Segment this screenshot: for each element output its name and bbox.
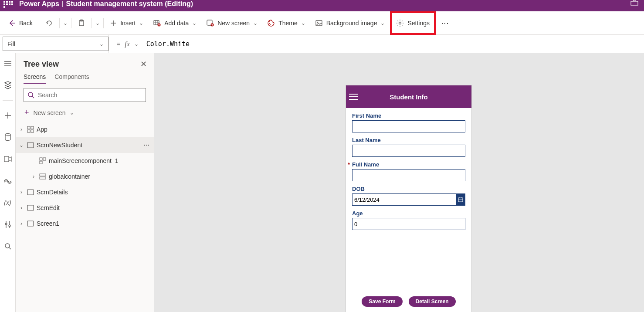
back-button[interactable]: Back (3, 14, 37, 32)
back-label: Back (19, 20, 33, 27)
calendar-icon (458, 197, 463, 202)
rail-flows[interactable] (1, 174, 15, 188)
svg-rect-21 (27, 130, 30, 132)
plus-icon: + (24, 108, 29, 117)
new-screen-button[interactable]: New screen ⌄ (202, 14, 262, 32)
tab-components[interactable]: Components (54, 73, 89, 84)
close-icon: ✕ (140, 60, 147, 68)
gear-icon (396, 19, 404, 27)
svg-rect-19 (27, 126, 30, 129)
field-dob: DOB (352, 186, 465, 206)
header-tool-icon[interactable] (628, 0, 641, 9)
svg-rect-14 (4, 156, 9, 162)
container-icon (39, 173, 46, 180)
rail-media[interactable] (1, 152, 15, 166)
svg-rect-26 (40, 161, 42, 164)
bg-image-button[interactable]: Background image ⌄ (311, 14, 390, 32)
formula-bar: Fill ⌄ = fx ⌄ (0, 35, 644, 53)
tree-list: › App ⌄ ScrnNewStudent ⋯ mainScreenc (16, 122, 154, 312)
dob-input[interactable] (352, 193, 456, 206)
rail-tree-view[interactable] (1, 78, 15, 92)
rail-search[interactable] (1, 239, 15, 253)
first-name-input[interactable] (352, 120, 465, 132)
tree-item-global-container[interactable]: › globalcontainer (16, 169, 154, 184)
rail-hamburger[interactable] (1, 57, 15, 71)
svg-point-17 (5, 244, 10, 248)
svg-point-9 (270, 24, 271, 25)
chevron-right-icon[interactable]: › (18, 126, 24, 132)
settings-button[interactable]: Settings (392, 13, 434, 33)
theme-label: Theme (278, 20, 298, 27)
svg-point-13 (5, 134, 10, 136)
arrow-left-icon (8, 19, 16, 27)
undo-dropdown[interactable]: ⌄ (61, 14, 69, 32)
paste-dropdown[interactable]: ⌄ (94, 14, 102, 32)
rail-data[interactable] (1, 130, 15, 144)
tree-item-label: mainScreencomponent_1 (49, 157, 149, 164)
add-data-button[interactable]: Add data ⌄ (149, 14, 201, 32)
svg-rect-20 (31, 126, 34, 129)
canvas[interactable]: Student Info First Name Last Name *Full … (154, 53, 644, 312)
item-overflow[interactable]: ⋯ (143, 142, 149, 149)
tree-search[interactable] (24, 88, 146, 102)
tree-tabs: Screens Components (16, 70, 154, 84)
divider (71, 18, 71, 28)
screen-icon (27, 220, 34, 227)
full-name-label: Full Name (352, 161, 379, 168)
chevron-right-icon[interactable]: › (18, 220, 24, 227)
tree-title: Tree view (24, 60, 59, 69)
svg-point-18 (28, 92, 33, 97)
tree-new-screen[interactable]: + New screen ⌄ (16, 105, 154, 122)
undo-button[interactable] (41, 14, 58, 32)
property-selector[interactable]: Fill ⌄ (3, 37, 108, 51)
svg-rect-24 (40, 158, 42, 160)
variable-x-icon: (x) (4, 199, 11, 206)
paste-button[interactable] (73, 14, 90, 32)
chevron-down-icon: ⌄ (380, 20, 385, 26)
full-name-input[interactable] (352, 169, 465, 181)
screen-icon (27, 189, 34, 195)
theme-icon (267, 19, 275, 27)
save-form-button[interactable]: Save Form (362, 296, 402, 307)
tree-item-scrn-details[interactable]: › ScrnDetails (16, 184, 154, 200)
tab-screens[interactable]: Screens (24, 73, 46, 84)
waffle-icon[interactable] (3, 0, 14, 8)
detail-screen-button[interactable]: Detail Screen (409, 296, 456, 307)
chevron-right-icon[interactable]: › (18, 205, 24, 211)
tree-item-scrn-edit[interactable]: › ScrnEdit (16, 200, 154, 216)
age-input[interactable] (352, 218, 465, 230)
chevron-down-icon: ⌄ (70, 110, 74, 116)
chevron-right-icon[interactable]: › (31, 173, 37, 180)
search-input[interactable] (38, 92, 142, 98)
close-button[interactable]: ✕ (140, 59, 147, 69)
last-name-input[interactable] (352, 145, 465, 157)
tree-item-screen1[interactable]: › Screen1 (16, 216, 154, 231)
calendar-button[interactable] (456, 193, 465, 206)
tree-item-app[interactable]: › App (16, 122, 154, 137)
chevron-down-icon: ⌄ (63, 20, 68, 26)
rail-insert[interactable] (1, 109, 15, 122)
theme-button[interactable]: Theme ⌄ (263, 14, 310, 32)
tree-item-scrn-new-student[interactable]: ⌄ ScrnNewStudent ⋯ (16, 137, 154, 153)
chevron-right-icon[interactable]: › (18, 189, 24, 195)
svg-rect-31 (27, 221, 34, 226)
field-full-name: *Full Name (352, 161, 465, 181)
form-header: Student Info (346, 85, 471, 108)
form-title: Student Info (361, 93, 471, 101)
hamburger-icon[interactable] (346, 85, 361, 108)
tree-item-main-component[interactable]: mainScreencomponent_1 (16, 153, 154, 169)
rail-variables[interactable]: (x) (1, 196, 15, 210)
insert-button[interactable]: Insert ⌄ (105, 14, 148, 32)
ellipsis-icon: ⋯ (441, 18, 449, 28)
chevron-down-icon[interactable]: ⌄ (134, 41, 139, 47)
new-screen-icon (206, 19, 214, 27)
overflow-button[interactable]: ⋯ (437, 14, 453, 32)
chevron-down-icon: ⌄ (301, 20, 305, 26)
tree-item-label: App (37, 126, 149, 133)
chevron-down-icon[interactable]: ⌄ (18, 142, 24, 148)
first-name-label: First Name (352, 112, 465, 119)
tree-item-label: ScrnDetails (37, 189, 149, 196)
rail-tools[interactable] (1, 217, 15, 231)
formula-input[interactable] (145, 40, 644, 48)
last-name-label: Last Name (352, 137, 465, 143)
